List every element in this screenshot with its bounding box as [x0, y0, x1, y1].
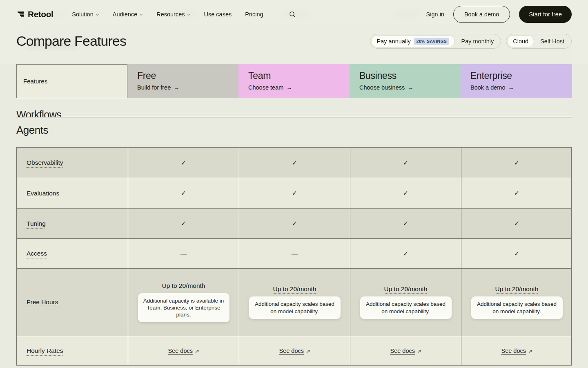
features-header-cell: Features: [16, 64, 127, 98]
plan-cta-business[interactable]: Choose business: [359, 84, 413, 91]
start-free-button[interactable]: Start for free: [519, 6, 572, 23]
clipped-section-heading: Workflows: [16, 108, 61, 117]
dash-icon: —: [292, 250, 298, 257]
hosting-cloud-option[interactable]: Cloud: [507, 35, 534, 47]
nav-item-solution[interactable]: Solution: [72, 11, 99, 18]
see-docs-link[interactable]: See docs: [390, 348, 421, 354]
value-cell-enterprise: See docs: [461, 336, 572, 365]
chevron-down-icon: [139, 13, 143, 16]
row-label-cell: Access: [17, 239, 128, 268]
free-hours-value[interactable]: Up to 20/month: [384, 285, 428, 293]
table-row-evaluations: Evaluations ✓ ✓ ✓ ✓: [17, 178, 571, 208]
plan-cta-label: Choose team: [248, 84, 283, 91]
check-icon: ✓: [181, 189, 186, 197]
value-cell-free: ✓: [128, 209, 239, 238]
tooltip: Additional capacity scales based on mode…: [360, 296, 452, 319]
hosting-self-host-option[interactable]: Self Host: [534, 38, 570, 45]
nav-item-audience[interactable]: Audience: [113, 11, 143, 18]
plan-cta-enterprise[interactable]: Book a demo: [470, 84, 514, 91]
nav-item-pricing[interactable]: Pricing: [245, 11, 263, 18]
free-hours-value[interactable]: Up to 20/month: [495, 285, 539, 293]
check-icon: ✓: [181, 159, 186, 167]
table-row-hourly-rates: Hourly Rates See docs See docs See docs …: [17, 336, 571, 365]
table-row-free-hours: Free Hours Up to 20/month Additional cap…: [17, 268, 571, 336]
check-icon: ✓: [403, 250, 408, 258]
nav-menu: Solution Audience Resources Use cases Pr…: [72, 11, 295, 18]
plan-name: Free: [137, 70, 238, 81]
check-icon: ✓: [292, 220, 297, 227]
nav-item-label: Pricing: [245, 11, 263, 18]
see-docs-link[interactable]: See docs: [501, 348, 532, 354]
value-cell-free: Up to 20/month Additional capacity is av…: [128, 269, 239, 336]
check-icon: ✓: [292, 159, 297, 167]
value-cell-enterprise: Up to 20/month Additional capacity scale…: [461, 269, 572, 336]
billing-toggle: Pay annually 20% SAVINGS Pay monthly: [370, 34, 501, 49]
pricing-compare-page: Workflow runs Unlimited Unlimited Unlimi…: [0, 0, 588, 368]
page-title: Compare Features: [16, 33, 126, 49]
feature-label[interactable]: Hourly Rates: [27, 347, 63, 355]
see-docs-link[interactable]: See docs: [168, 348, 199, 354]
value-cell-team: ✓: [239, 148, 350, 178]
plan-name: Team: [248, 70, 350, 81]
value-cell-team: ✓: [239, 178, 350, 208]
arrow-right-icon: [174, 84, 179, 91]
value-cell-free: ✓: [128, 178, 239, 208]
plan-cta-label: Build for free: [137, 84, 171, 91]
nav-item-label: Solution: [72, 11, 93, 18]
nav-item-resources[interactable]: Resources: [156, 11, 190, 18]
retool-logo[interactable]: Retool: [16, 9, 53, 19]
arrow-upright-icon: [417, 348, 421, 354]
feature-label[interactable]: Evaluations: [27, 190, 59, 197]
feature-label[interactable]: Free Hours: [27, 298, 58, 306]
arrow-upright-icon: [306, 348, 310, 354]
plan-column-team: Team Choose team: [238, 64, 350, 98]
row-label-cell: Tuning: [17, 209, 128, 238]
nav-item-label: Resources: [156, 11, 185, 18]
see-docs-label: See docs: [279, 348, 304, 354]
brand-name: Retool: [28, 9, 53, 19]
table-row-access: Access — — ✓ ✓: [17, 238, 571, 268]
arrow-right-icon: [408, 84, 413, 91]
check-icon: ✓: [514, 220, 519, 227]
hosting-cloud-label: Cloud: [513, 38, 528, 45]
plan-cta-team[interactable]: Choose team: [248, 84, 292, 91]
hosting-toggle: Cloud Self Host: [506, 34, 572, 49]
plan-column-enterprise: Enterprise Book a demo: [461, 64, 572, 98]
feature-label[interactable]: Access: [27, 250, 47, 257]
nav-item-use-cases[interactable]: Use cases: [204, 11, 232, 18]
book-demo-button[interactable]: Book a demo: [453, 6, 510, 23]
value-cell-business: ✓: [350, 209, 461, 238]
plan-header-row: Features Free Build for free Team Choose…: [16, 64, 572, 98]
check-icon: ✓: [403, 189, 408, 197]
section-divider: Workflows: [16, 98, 572, 117]
arrow-right-icon: [508, 84, 514, 91]
table-row-observability: Observability ✓ ✓ ✓ ✓: [17, 148, 571, 178]
title-row: Compare Features Pay annually 20% SAVING…: [0, 33, 588, 49]
plan-cta-label: Choose business: [359, 84, 405, 91]
value-cell-enterprise: ✓: [461, 178, 572, 208]
value-cell-business: Up to 20/month Additional capacity scale…: [350, 269, 461, 336]
billing-monthly-option[interactable]: Pay monthly: [455, 38, 500, 45]
check-icon: ✓: [403, 159, 408, 167]
see-docs-label: See docs: [168, 348, 193, 354]
billing-annual-option[interactable]: Pay annually 20% SAVINGS: [371, 35, 455, 47]
see-docs-link[interactable]: See docs: [279, 348, 310, 354]
pricing-toggles: Pay annually 20% SAVINGS Pay monthly Clo…: [370, 34, 572, 49]
feature-label[interactable]: Tuning: [27, 220, 46, 227]
feature-label[interactable]: Observability: [27, 159, 63, 166]
see-docs-label: See docs: [390, 348, 415, 354]
check-icon: ✓: [403, 220, 408, 227]
free-hours-value[interactable]: Up to 20/month: [273, 285, 316, 293]
see-docs-label: See docs: [501, 348, 526, 354]
plan-cta-free[interactable]: Build for free: [137, 84, 179, 91]
chevron-down-icon: [187, 13, 191, 16]
plan-name: Business: [359, 70, 461, 81]
sign-in-link[interactable]: Sign in: [426, 11, 444, 18]
value-cell-free: ✓: [128, 148, 239, 178]
search-icon[interactable]: [289, 11, 296, 18]
value-cell-enterprise: ✓: [461, 209, 572, 238]
free-hours-value[interactable]: Up to 20/month: [162, 282, 205, 289]
check-icon: ✓: [292, 189, 297, 197]
value-cell-free: See docs: [128, 336, 239, 365]
dash-icon: —: [180, 250, 187, 257]
